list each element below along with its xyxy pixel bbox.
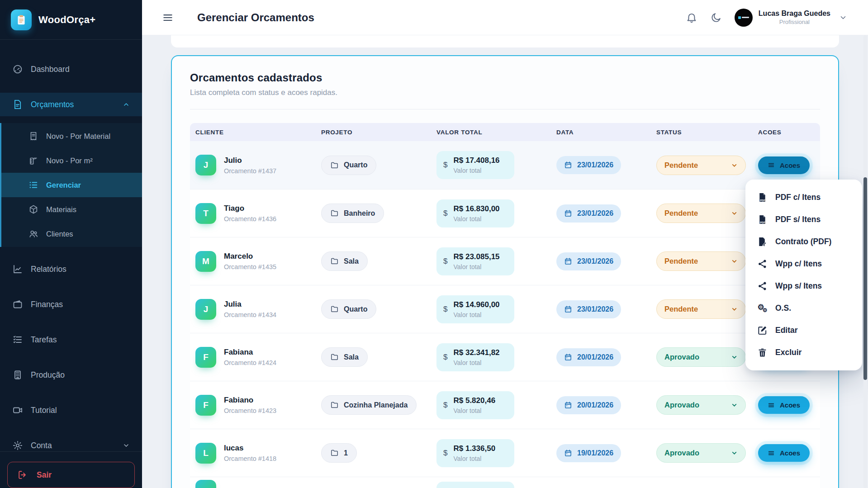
bell-icon[interactable] bbox=[686, 12, 697, 24]
date-badge: 23/01/2026 bbox=[556, 156, 621, 174]
chevron-down-icon bbox=[839, 14, 847, 22]
sidebar-nav: Dashboard Orçamentos Novo - Por Material bbox=[0, 40, 142, 451]
sidebar-item-label: Gerenciar bbox=[46, 181, 81, 190]
actions-button[interactable]: Acoes bbox=[758, 444, 810, 462]
app-logo: WoodOrça+ bbox=[0, 0, 142, 40]
table-row: L lucas Orcamento #1418 1 $ R bbox=[190, 429, 820, 477]
folder-icon bbox=[330, 353, 339, 361]
chevron-down-icon bbox=[731, 210, 738, 217]
sidebar-item-dashboard[interactable]: Dashboard bbox=[6, 57, 136, 81]
status-select[interactable]: Pendente bbox=[656, 251, 746, 271]
ruler-icon bbox=[28, 156, 38, 166]
user-role: Profissional bbox=[759, 19, 830, 25]
project-cell: Sala bbox=[316, 347, 431, 367]
sidebar-item-materiais[interactable]: Materiais bbox=[1, 197, 142, 222]
menu-item-pdf-com-itens[interactable]: PDF PDF c/ Itens bbox=[745, 186, 862, 208]
project-label: Banheiro bbox=[344, 209, 375, 218]
date-label: 23/01/2026 bbox=[577, 161, 613, 169]
sidebar-item-clientes[interactable]: Clientes bbox=[1, 222, 142, 246]
actions-cell: Acoes bbox=[753, 444, 820, 462]
scrollbar-thumb[interactable] bbox=[863, 177, 867, 380]
logout-button[interactable]: Sair bbox=[7, 462, 135, 488]
value-cell: $ R$ 5.820,46 Valor total bbox=[431, 391, 551, 419]
table-row-partial bbox=[190, 477, 820, 488]
value-box: $ R$ 23.085,15 Valor total bbox=[436, 247, 514, 275]
clipboard-logo-icon bbox=[11, 9, 32, 30]
sidebar-item-novo-por-m2[interactable]: Novo - Por m² bbox=[1, 148, 142, 173]
dollar-icon: $ bbox=[443, 353, 447, 362]
status-select[interactable]: Pendente bbox=[656, 299, 746, 319]
menu-item-wpp-sem-itens[interactable]: Wpp s/ Itens bbox=[745, 275, 862, 297]
status-cell: Pendente bbox=[651, 156, 753, 175]
menu-toggle-icon[interactable] bbox=[162, 12, 174, 24]
menu-item-contrato-pdf[interactable]: Contrato (PDF) bbox=[745, 231, 862, 253]
project-cell: Banheiro bbox=[316, 204, 431, 223]
chevron-down-icon bbox=[123, 442, 130, 449]
status-cell: Aprovado bbox=[651, 443, 753, 463]
avatar: J bbox=[195, 299, 216, 320]
sidebar-item-gerenciar[interactable]: Gerenciar bbox=[1, 173, 142, 197]
date-badge: 19/01/2026 bbox=[556, 444, 621, 462]
avatar: J bbox=[195, 155, 216, 175]
status-label: Pendente bbox=[664, 161, 698, 170]
value-box bbox=[436, 482, 514, 488]
dark-mode-moon-icon[interactable] bbox=[710, 12, 722, 24]
previous-card-edge bbox=[171, 35, 839, 47]
sidebar-item-conta[interactable]: Conta bbox=[6, 434, 136, 451]
sidebar-item-label: Finanças bbox=[31, 300, 63, 309]
table-body: J Julio Orcamento #1437 Quarto $ bbox=[190, 141, 820, 477]
value-box: $ R$ 5.820,46 Valor total bbox=[436, 391, 514, 419]
page-title: Gerenciar Orcamentos bbox=[197, 11, 314, 24]
status-select[interactable]: Aprovado bbox=[656, 443, 746, 463]
sidebar-item-producao[interactable]: Produção bbox=[6, 363, 136, 387]
sidebar-item-financas[interactable]: Finanças bbox=[6, 293, 136, 316]
actions-button[interactable]: Acoes bbox=[758, 156, 810, 174]
chevron-up-icon bbox=[123, 101, 130, 108]
folder-icon bbox=[330, 401, 339, 409]
menu-lines-icon bbox=[768, 161, 775, 169]
menu-item-os[interactable]: ⚙⚙ O.S. bbox=[745, 297, 862, 319]
client-cell: T Tiago Orcamento #1436 bbox=[190, 203, 316, 224]
orcamento-number: Orcamento #1434 bbox=[224, 311, 276, 318]
orcamento-number: Orcamento #1423 bbox=[224, 407, 276, 414]
edit-icon bbox=[757, 325, 768, 336]
date-cell: 23/01/2026 bbox=[551, 300, 651, 318]
table-row: J Julia Orcamento #1434 Quarto $ bbox=[190, 285, 820, 333]
project-badge: Banheiro bbox=[321, 204, 384, 223]
sidebar-item-tutorial[interactable]: Tutorial bbox=[6, 398, 136, 422]
status-select[interactable]: Aprovado bbox=[656, 395, 746, 415]
status-select[interactable]: Aprovado bbox=[656, 347, 746, 367]
menu-item-label: Contrato (PDF) bbox=[775, 237, 831, 246]
menu-item-pdf-sem-itens[interactable]: PDF PDF s/ Itens bbox=[745, 208, 862, 231]
status-cell: Pendente bbox=[651, 251, 753, 271]
user-menu[interactable]: Lucas Braga Guedes Profissional bbox=[735, 9, 847, 27]
menu-item-label: PDF s/ Itens bbox=[775, 215, 821, 224]
actions-button[interactable]: Acoes bbox=[758, 396, 810, 414]
value-caption: Valor total bbox=[453, 455, 495, 462]
menu-item-editar[interactable]: Editar bbox=[745, 319, 862, 341]
value-cell: $ R$ 14.960,00 Valor total bbox=[431, 295, 551, 323]
menu-item-excluir[interactable]: Excluir bbox=[745, 341, 862, 364]
pdf-file-icon: PDF bbox=[757, 214, 768, 225]
actions-button-label: Acoes bbox=[780, 161, 800, 169]
sidebar-item-label: Materiais bbox=[46, 205, 76, 214]
wallet-icon bbox=[12, 299, 23, 310]
chevron-down-icon bbox=[731, 258, 738, 265]
menu-item-label: Editar bbox=[775, 326, 798, 335]
total-value: R$ 17.408,16 bbox=[453, 156, 499, 165]
client-cell: F Fabiano Orcamento #1423 bbox=[190, 395, 316, 416]
sidebar-item-relatorios[interactable]: Relatórios bbox=[6, 257, 136, 281]
folder-icon bbox=[330, 257, 339, 265]
date-badge: 20/01/2026 bbox=[556, 396, 621, 414]
client-cell: J Julia Orcamento #1434 bbox=[190, 299, 316, 320]
status-select[interactable]: Pendente bbox=[656, 204, 746, 223]
date-label: 19/01/2026 bbox=[577, 449, 613, 457]
status-select[interactable]: Pendente bbox=[656, 156, 746, 175]
contract-icon bbox=[757, 237, 768, 247]
share-icon bbox=[757, 281, 768, 291]
sidebar-item-tarefas[interactable]: Tarefas bbox=[6, 328, 136, 351]
sidebar-item-novo-por-material[interactable]: Novo - Por Material bbox=[1, 124, 142, 148]
sidebar-item-orcamentos[interactable]: Orçamentos bbox=[0, 93, 142, 116]
menu-item-wpp-com-itens[interactable]: Wpp c/ Itens bbox=[745, 253, 862, 275]
video-icon bbox=[12, 405, 23, 416]
